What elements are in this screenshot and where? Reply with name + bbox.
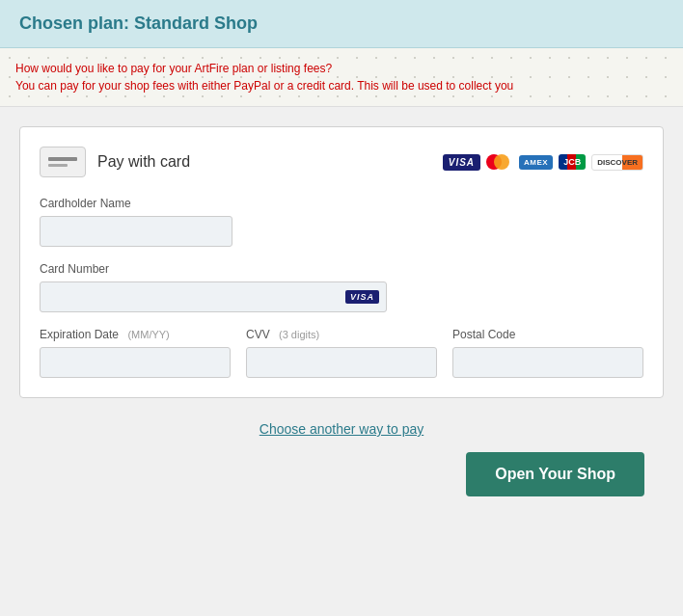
cvv-hint: (3 digits) <box>279 329 319 340</box>
main-content: Pay with card VISA AMEX JCB DISCOVER Car… <box>0 107 683 616</box>
amex-brand: AMEX <box>519 155 553 170</box>
card-icon-lines <box>48 157 77 167</box>
postal-code-label: Postal Code <box>452 328 643 341</box>
expiry-cvv-postal-row: Expiration Date (MM/YY) CVV (3 digits) P… <box>40 328 643 378</box>
expiration-date-label: Expiration Date (MM/YY) <box>40 328 231 341</box>
jcb-brand: JCB <box>559 154 586 170</box>
card-number-group: Card Number VISA <box>40 262 643 312</box>
header-bar: Chosen plan: Standard Shop <box>0 0 683 48</box>
bottom-actions: Choose another way to pay Open Your Shop <box>19 414 664 516</box>
card-number-wrapper: VISA <box>40 281 387 312</box>
choose-another-button[interactable]: Choose another way to pay <box>260 421 423 437</box>
cvv-input[interactable] <box>246 347 437 378</box>
info-section: How would you like to pay for your ArtFi… <box>0 48 683 107</box>
info-line2: You can pay for your shop fees with eith… <box>15 77 668 94</box>
card-icon-line-top <box>48 157 77 161</box>
open-shop-button[interactable]: Open Your Shop <box>466 452 644 496</box>
card-header-left: Pay with card <box>40 147 190 177</box>
visa-inside-badge: VISA <box>345 290 379 304</box>
mastercard-brand <box>486 152 513 172</box>
cardholder-name-label: Cardholder Name <box>40 197 643 210</box>
card-brands: VISA AMEX JCB DISCOVER <box>443 152 643 172</box>
cvv-label: CVV (3 digits) <box>246 328 437 341</box>
discover-brand: DISCOVER <box>591 154 643 171</box>
expiration-hint: (MM/YY) <box>127 329 169 340</box>
postal-code-group: Postal Code <box>452 328 643 378</box>
card-icon-line-bottom <box>48 164 68 167</box>
visa-brand: VISA <box>443 154 480 171</box>
expiration-date-input[interactable] <box>40 347 231 378</box>
postal-code-input[interactable] <box>452 347 643 378</box>
card-form-header: Pay with card VISA AMEX JCB DISCOVER <box>40 147 643 177</box>
page-title: Chosen plan: Standard Shop <box>19 13 664 34</box>
cardholder-name-group: Cardholder Name <box>40 197 643 247</box>
card-number-input[interactable] <box>40 281 387 312</box>
card-number-label: Card Number <box>40 262 643 276</box>
expiration-date-group: Expiration Date (MM/YY) <box>40 328 231 378</box>
card-form-container: Pay with card VISA AMEX JCB DISCOVER Car… <box>19 126 664 398</box>
info-line1: How would you like to pay for your ArtFi… <box>15 60 668 77</box>
card-icon <box>40 147 86 177</box>
pay-with-card-label: Pay with card <box>97 153 190 171</box>
cvv-group: CVV (3 digits) <box>246 328 437 378</box>
mc-circle-right <box>494 154 509 170</box>
cardholder-name-input[interactable] <box>40 216 232 247</box>
